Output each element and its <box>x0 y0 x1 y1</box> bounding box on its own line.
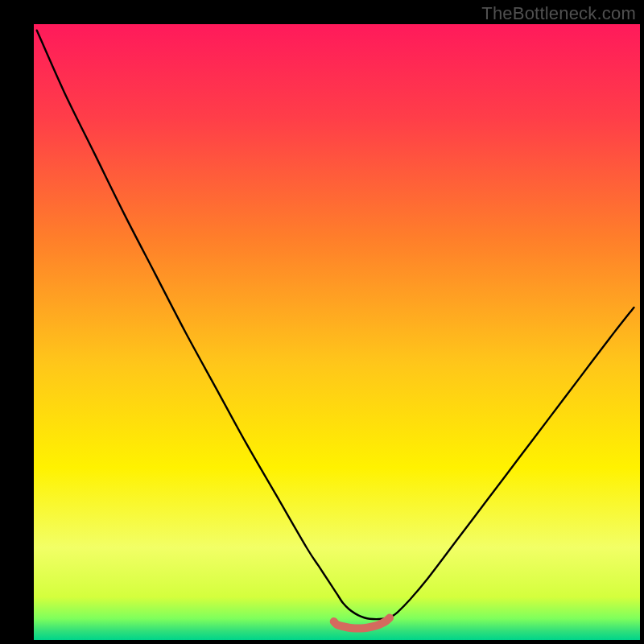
plot-background <box>34 24 640 640</box>
chart-plot-svg <box>0 0 644 644</box>
attribution-text: TheBottleneck.com <box>481 3 636 24</box>
